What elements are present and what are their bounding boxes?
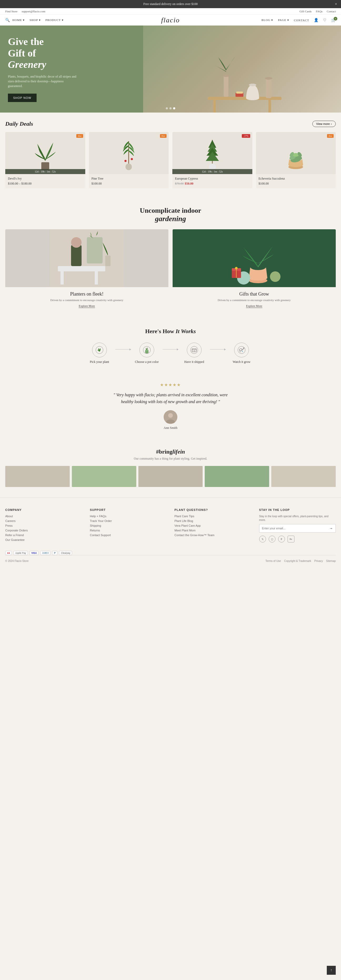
footer-about[interactable]: About: [5, 515, 82, 518]
footer-press[interactable]: Press: [5, 524, 82, 527]
hero-image-area: [143, 25, 341, 113]
footer-vera-app[interactable]: Vera Plant Care App: [174, 524, 251, 527]
svg-rect-12: [126, 164, 132, 170]
hero-section: Give the Gift of Greenery Plants, bouque…: [0, 25, 341, 113]
deal-name: European Cypress: [175, 177, 250, 181]
daily-deals-section: Daily Deals View more › Hot 12d : 19h : …: [0, 113, 341, 196]
how-it-works-section: Here's How It Works Pick your plant: [0, 317, 341, 374]
step-connector-1: [115, 349, 131, 350]
instagram-tile[interactable]: [5, 466, 70, 487]
sitemap-link[interactable]: Sitemap: [326, 560, 336, 562]
svg-point-15: [131, 158, 133, 160]
nav-menu-right: BLOG ▾ PAGE ▾ CONTACT: [261, 18, 309, 22]
trademark-link[interactable]: Copyright & Trademark: [284, 560, 311, 562]
step-label-pot: Choose a pot color: [135, 360, 159, 364]
faqs-link[interactable]: FAQs: [316, 10, 322, 13]
deals-grid: Hot 12d : 19h : 1m : 52s Devil's Ivy $10…: [5, 132, 336, 188]
svg-point-56: [168, 413, 173, 418]
footer-help-faqs[interactable]: Help + FAQs: [90, 515, 167, 518]
shipped-icon: [190, 346, 198, 354]
svg-point-45: [96, 346, 103, 354]
deal-card-image[interactable]: Hot 12d : 19h : 1m : 52s: [5, 132, 85, 174]
instagram-tile[interactable]: [205, 466, 269, 487]
pinterest-icon[interactable]: P: [278, 536, 285, 542]
gift-cards-link[interactable]: Gift Cards: [300, 10, 312, 13]
svg-point-31: [71, 237, 81, 248]
planters-illustration: [50, 229, 124, 287]
view-more-button[interactable]: View more ›: [312, 121, 336, 127]
hero-description: Plants, bouquets, and biophilic decor of…: [8, 74, 76, 88]
footer-corporate[interactable]: Corporate Orders: [5, 529, 82, 532]
step-pick-plant: Pick your plant: [84, 343, 115, 364]
planters-explore-link[interactable]: Explore More: [79, 304, 95, 308]
step-watch-grow: Watch it grow: [226, 343, 257, 364]
search-icon[interactable]: 🔍: [5, 18, 10, 22]
svg-point-14: [124, 160, 127, 162]
deal-card-image[interactable]: -37% 12d : 19h : 1m : 52s: [172, 132, 252, 174]
svg-point-44: [235, 267, 237, 269]
svg-point-10: [265, 77, 272, 80]
deal-card-image[interactable]: Hot: [89, 132, 169, 174]
hero-dot-2[interactable]: [169, 107, 172, 110]
footer-contact-support[interactable]: Contact Support: [90, 533, 167, 537]
daily-deals-title: Daily Deals: [5, 121, 33, 127]
terms-link[interactable]: Terms of Use: [266, 560, 281, 562]
deal-timer: 12d : 19h : 1m : 52s: [172, 169, 252, 174]
hero-dot-1[interactable]: [166, 107, 168, 110]
gifts-image[interactable]: [173, 229, 336, 287]
nav-blog[interactable]: BLOG ▾: [261, 18, 273, 22]
plant-illustration: [202, 136, 223, 170]
footer-guarantee[interactable]: Our Guarantee: [5, 538, 82, 541]
find-store-link[interactable]: Find Store: [5, 10, 18, 13]
instagram-icon[interactable]: ◻: [269, 536, 276, 542]
close-icon[interactable]: ×: [335, 2, 337, 6]
amex-icon: AMEX: [40, 551, 51, 555]
planters-image[interactable]: [5, 229, 168, 287]
footer-shipping[interactable]: Shipping: [90, 524, 167, 527]
gifts-explore-link[interactable]: Explore More: [246, 304, 262, 308]
footer-plant-mom[interactable]: Meet Plant Mom: [174, 529, 251, 532]
wishlist-icon[interactable]: ♡: [323, 18, 327, 22]
footer-support: SUPPORT Help + FAQs Track Your Order Shi…: [90, 508, 167, 543]
deal-name: Devil's Ivy: [8, 177, 83, 181]
instagram-tile[interactable]: [271, 466, 336, 487]
uncomplicate-title: Uncomplicate indoor gardening: [5, 207, 336, 223]
contact-link[interactable]: Contact: [327, 10, 336, 13]
pot-color-icon: [143, 346, 151, 354]
nav-home[interactable]: HOME ▾: [12, 18, 25, 22]
footer-careers[interactable]: Careers: [5, 519, 82, 522]
hero-dot-3[interactable]: [173, 107, 175, 110]
twitter-icon[interactable]: 𝕏: [259, 536, 266, 542]
deal-price: $100.00: [259, 182, 333, 186]
site-logo[interactable]: flacio: [161, 16, 180, 24]
support-email[interactable]: support@flacio.com: [22, 10, 45, 13]
privacy-link[interactable]: Privacy: [314, 560, 323, 562]
newsletter-submit-button[interactable]: →: [327, 524, 335, 532]
nav-product[interactable]: PRODUCT ▾: [46, 18, 64, 22]
deal-card-image[interactable]: Hot: [256, 132, 336, 174]
footer-returns[interactable]: Returns: [90, 529, 167, 532]
nav-contact[interactable]: CONTACT: [294, 19, 309, 22]
footer-track-order[interactable]: Track Your Order: [90, 519, 167, 522]
nav-shop[interactable]: SHOP ▾: [29, 18, 40, 22]
shop-now-button[interactable]: SHOP NOW: [8, 94, 37, 102]
account-icon[interactable]: 👤: [314, 18, 319, 22]
apple-pay-icon: Apple Pay: [13, 551, 28, 555]
nav-page[interactable]: PAGE ▾: [278, 18, 289, 22]
footer-refer[interactable]: Refer a Friend: [5, 533, 82, 537]
instagram-tile[interactable]: [72, 466, 136, 487]
step-choose-color: Choose a pot color: [131, 343, 163, 364]
instagram-tile[interactable]: [139, 466, 203, 487]
mastercard-icon: ●●: [5, 551, 12, 555]
svg-rect-34: [61, 271, 64, 285]
hero-content: Give the Gift of Greenery Plants, bouque…: [0, 25, 84, 113]
cart-icon[interactable]: 🛒0: [331, 18, 336, 22]
behance-icon[interactable]: Be: [288, 536, 295, 542]
footer-plant-care-tips[interactable]: Plant Care Tips: [174, 515, 251, 518]
newsletter-email-input[interactable]: [260, 524, 327, 532]
footer-grow-how[interactable]: Contact the Grow-How™ Team: [174, 533, 251, 537]
step-icon-pick: [92, 343, 107, 357]
footer-plant-blog[interactable]: Plant Life Blog: [174, 519, 251, 522]
bringlifein-title: #bringlifein: [5, 448, 336, 455]
bringlifein-description: Our community has a thing for plant styl…: [5, 457, 336, 461]
